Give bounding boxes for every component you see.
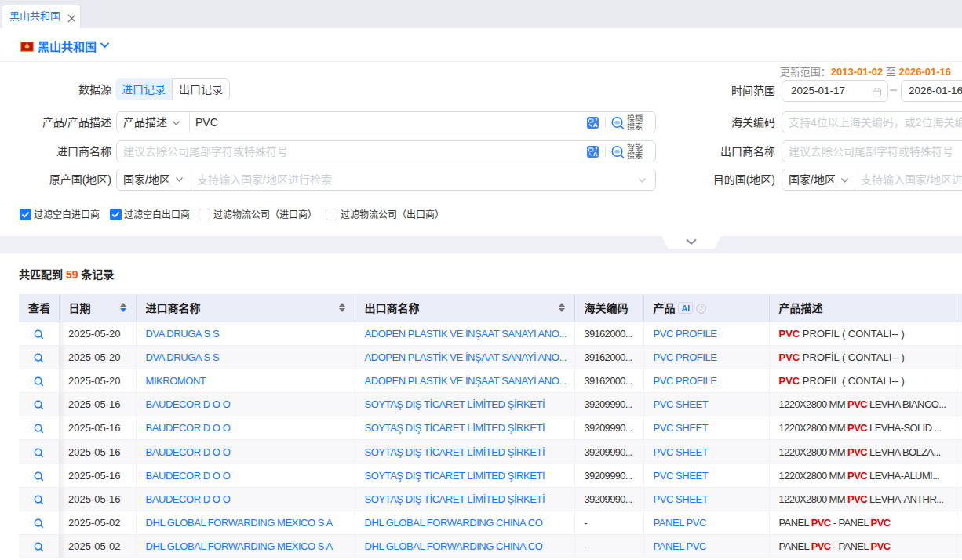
svg-text:i: i — [701, 306, 703, 313]
svg-text:A: A — [593, 151, 598, 158]
svg-text:A: A — [593, 122, 598, 129]
